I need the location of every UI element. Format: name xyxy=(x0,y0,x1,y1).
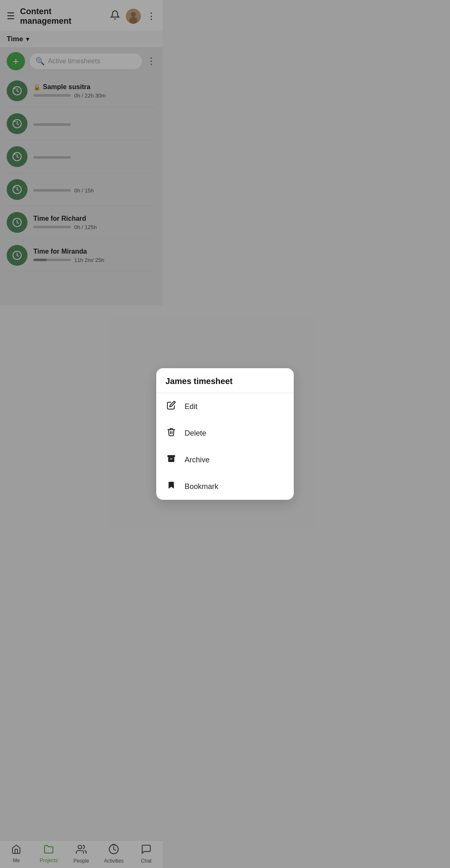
modal-overlay[interactable] xyxy=(0,0,162,338)
